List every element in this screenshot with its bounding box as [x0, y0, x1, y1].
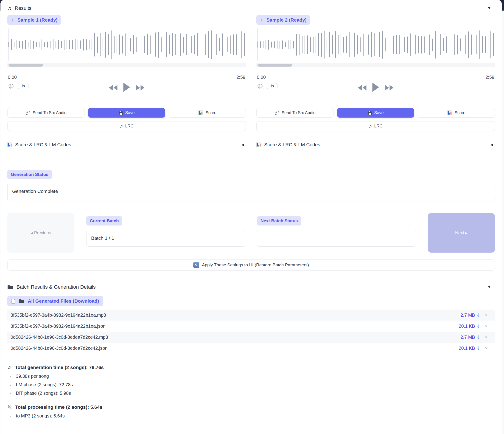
stat-item: ◦39.38s per song [7, 372, 495, 380]
generation-status-label: Generation Status [7, 170, 52, 179]
bullet-icon: ◦ [10, 414, 11, 418]
file-name: 3f535bf2-e597-3a4b-8982-9e194a22b1ea.jso… [10, 323, 459, 329]
playback-speed-button[interactable]: 1x [267, 83, 278, 89]
results-panel: ♫ Results ▼ ♫ Sample 1 (Ready) 0: [0, 0, 502, 434]
collapse-arrow-icon[interactable]: ▼ [486, 284, 493, 290]
waveform-display[interactable] [7, 28, 246, 61]
next-batch-status-label: Next Batch Status [257, 216, 301, 225]
results-page: ♫ Results ▼ ♫ Sample 1 (Ready) 0: [0, 0, 504, 434]
apply-settings-label: Apply These Settings to UI (Restore Batc… [202, 262, 309, 268]
send-to-src-audio-button[interactable]: Send To Src Audio [7, 108, 84, 118]
send-to-src-audio-button[interactable]: Send To Src Audio [256, 108, 333, 118]
remove-file-button[interactable]: × [480, 323, 493, 329]
music-notes-icon: ♬ [7, 365, 12, 370]
next-batch-button[interactable]: Next ▸ [428, 213, 495, 253]
score-button[interactable]: Score [418, 108, 495, 118]
generated-files-list: 3f535bf2-e597-3a4b-8982-9e194a22b1ea.mp3… [7, 310, 495, 354]
file-download-link[interactable]: 2.7 MB ⇣ [460, 312, 480, 318]
download-arrow-icon: ⇣ [476, 335, 480, 340]
next-batch-status-group: Next Batch Status [257, 213, 416, 253]
batch-results-title-wrap: Batch Results & Generation Details [7, 284, 96, 290]
file-name: 0d582426-44b8-1e96-3c0d-8edea7d2ce42.jso… [10, 346, 459, 351]
file-name: 3f535bf2-e597-3a4b-8982-9e194a22b1ea.mp3 [10, 313, 460, 318]
save-button[interactable]: Save [88, 108, 165, 118]
batch-navigation-row: ◂ Previous Current Batch Batch 1 / 1 Nex… [7, 213, 495, 253]
collapse-arrow-icon[interactable]: ◀ [241, 142, 245, 148]
results-title: Results [15, 5, 31, 11]
play-icon[interactable] [123, 83, 130, 93]
volume-speed-group: 1x [7, 83, 28, 89]
lrc-button[interactable]: ♫ LRC [7, 121, 246, 131]
save-button[interactable]: Save [337, 108, 414, 118]
sample-2-column: ♫ Sample 2 (Ready) 0:00 2:59 [256, 15, 495, 148]
file-download-link[interactable]: 20.1 KB ⇣ [459, 323, 480, 329]
previous-batch-button[interactable]: ◂ Previous [7, 213, 74, 253]
duration: 2:59 [486, 75, 494, 80]
remove-file-button[interactable]: × [480, 346, 493, 351]
playback-speed-button[interactable]: 1x [18, 83, 28, 89]
collapse-arrow-icon[interactable]: ▼ [486, 5, 493, 11]
file-row: 3f535bf2-e597-3a4b-8982-9e194a22b1ea.jso… [7, 321, 495, 332]
save-label: Save [374, 111, 384, 115]
processing-time-heading: Total processing time (2 songs): 5.64s [15, 404, 102, 410]
collapse-arrow-icon[interactable]: ◀ [490, 142, 494, 148]
play-icon[interactable] [372, 83, 379, 93]
wrench-icon [7, 405, 12, 410]
skip-back-icon[interactable] [109, 85, 117, 91]
playback-cursor [8, 28, 9, 61]
skip-forward-icon[interactable] [136, 85, 144, 91]
stat-item: ◦to MP3 (2 songs): 5.64s [7, 412, 495, 420]
score-lrc-accordion[interactable]: Score & LRC & LM Codes ◀ [256, 142, 495, 148]
remove-file-button[interactable]: × [480, 335, 493, 340]
remove-file-button[interactable]: × [480, 313, 493, 318]
generation-status-textbox[interactable]: Generation Complete [7, 183, 495, 201]
skip-back-icon[interactable] [358, 85, 366, 91]
playback-cursor [257, 28, 258, 61]
volume-speed-group: 1x [256, 83, 278, 89]
score-label: Score [455, 111, 465, 115]
waveform-display[interactable] [256, 28, 495, 61]
waveform-minimap[interactable] [7, 63, 246, 67]
current-batch-label: Current Batch [86, 216, 122, 225]
download-arrow-icon: ⇣ [476, 313, 480, 318]
score-lrc-title: Score & LRC & LM Codes [15, 142, 71, 148]
minimap-thumb[interactable] [9, 64, 43, 67]
file-download-link[interactable]: 20.1 KB ⇣ [459, 345, 480, 351]
bar-chart-icon [198, 110, 203, 115]
stat-item: ◦LM phase (2 songs): 72.78s [7, 380, 495, 389]
score-lrc-title-wrap: Score & LRC & LM Codes [7, 142, 71, 148]
floppy-disk-icon [368, 111, 372, 115]
file-icon [11, 299, 15, 304]
lrc-label: LRC [125, 124, 134, 129]
generation-status-section: Generation Status Generation Complete [7, 170, 495, 201]
current-batch-textbox[interactable]: Batch 1 / 1 [86, 230, 245, 247]
score-button[interactable]: Score [169, 108, 246, 118]
download-arrow-icon: ⇣ [476, 346, 480, 351]
send-to-src-audio-label: Send To Src Audio [33, 111, 67, 115]
file-row: 3f535bf2-e597-3a4b-8982-9e194a22b1ea.mp3… [7, 310, 495, 321]
apply-settings-button[interactable]: ↖ Apply These Settings to UI (Restore Ba… [7, 259, 495, 270]
file-name: 0d582426-44b8-1e96-3c0d-8edea7d2ce42.mp3 [10, 335, 460, 340]
bullet-icon: ◦ [10, 383, 11, 387]
skip-forward-icon[interactable] [385, 85, 393, 91]
volume-icon[interactable] [7, 83, 14, 89]
lrc-button[interactable]: ♫ LRC [256, 121, 495, 131]
current-time: 0:00 [257, 75, 266, 80]
batch-results-accordion-header[interactable]: Batch Results & Generation Details ▼ [7, 282, 495, 292]
score-lrc-accordion[interactable]: Score & LRC & LM Codes ◀ [7, 142, 246, 148]
file-download-link[interactable]: 2.7 MB ⇣ [460, 334, 480, 340]
bar-chart-icon [7, 142, 12, 147]
player-controls: 1x [256, 82, 495, 94]
duration: 2:59 [236, 75, 245, 80]
bar-chart-icon [256, 142, 261, 147]
link-icon [25, 110, 30, 115]
waveform-minimap[interactable] [256, 63, 495, 67]
next-batch-status-textbox[interactable] [257, 230, 416, 247]
send-to-src-audio-label: Send To Src Audio [282, 111, 315, 115]
results-accordion-header[interactable]: ♫ Results ▼ [7, 4, 495, 13]
minimap-thumb[interactable] [258, 64, 292, 67]
action-buttons-row: Send To Src Audio Save [7, 108, 246, 118]
action-buttons-row: Send To Src Audio Save [256, 108, 495, 118]
next-label: Next [455, 230, 464, 235]
volume-icon[interactable] [256, 83, 263, 89]
